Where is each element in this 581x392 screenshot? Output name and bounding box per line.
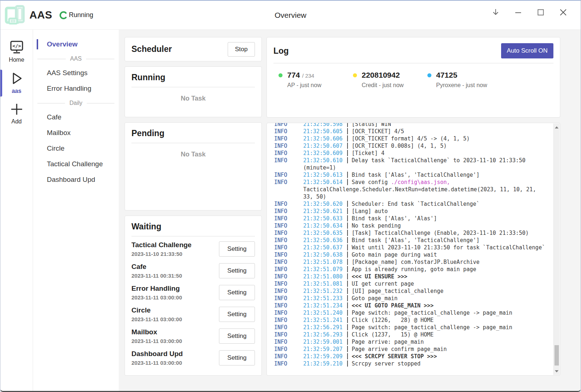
- log-entry: INFO21:32:50.607[OCR_TICKET 0.008s] (4, …: [271, 142, 549, 150]
- log-timestamp: 21:32:50.605: [303, 128, 342, 135]
- stat-value: 47125: [436, 71, 457, 79]
- sidebar-section-label: AAS: [70, 56, 82, 62]
- waiting-card: Waiting Tactical Challenge2023-11-10 21:…: [125, 216, 262, 376]
- log-title: Log: [273, 46, 289, 56]
- sidebar-item-aas-settings[interactable]: AAS Settings: [33, 66, 119, 80]
- sidebar-item-mailbox[interactable]: Mailbox: [33, 126, 119, 140]
- log-entry: INFO21:32:50.605[OCR_TICKET] 4/5: [271, 128, 549, 135]
- log-message: [Status] WIN: [352, 123, 391, 127]
- home-code-monitor-icon: </>: [9, 40, 25, 54]
- log-message: Goto page_main: [352, 295, 397, 302]
- log-message: Bind task ['Alas', 'TacticalChallenge']: [352, 172, 479, 178]
- log-level: INFO: [274, 222, 287, 229]
- stat-caption: AP - just now: [279, 82, 353, 89]
- log-separator: [347, 339, 348, 345]
- log-scrollbar[interactable]: [553, 123, 560, 375]
- task-setting-button[interactable]: Setting: [219, 285, 255, 300]
- task-setting-button[interactable]: Setting: [219, 350, 255, 366]
- log-level: INFO: [274, 142, 287, 150]
- running-card: Running No Task: [125, 66, 262, 117]
- sidebar-menu: OverviewAASAAS SettingsError HandlingDai…: [33, 30, 119, 391]
- task-name: Mailbox: [131, 328, 182, 336]
- task-next-run-time: 2023-11-11 00:31:50: [131, 273, 182, 279]
- auto-scroll-toggle[interactable]: Auto Scroll ON: [501, 43, 553, 58]
- log-separator: [347, 346, 348, 352]
- log-separator: [347, 310, 348, 316]
- waiting-task-row: Error Handling2023-11-11 03:00:00Setting: [131, 282, 255, 303]
- minimize-icon[interactable]: [513, 7, 523, 17]
- log-separator: [347, 331, 348, 338]
- log-timestamp: 21:32:59.210: [303, 360, 342, 367]
- sidebar-item-cafe[interactable]: Cafe: [33, 110, 119, 124]
- task-name: Cafe: [131, 263, 182, 271]
- log-message: Page switch: page_tactical_challenge -> …: [352, 310, 512, 316]
- stat-value: 220810942: [362, 71, 400, 79]
- log-message: Click (1237, 15) @ HOME: [352, 331, 434, 338]
- log-entry: INFO21:32:51.081UI get current page: [271, 280, 549, 287]
- task-setting-button[interactable]: Setting: [219, 263, 255, 278]
- nav-item-home[interactable]: </> Home: [0, 36, 33, 68]
- stat-dot-icon: [279, 73, 283, 77]
- pending-card: Pending No Task: [125, 122, 262, 211]
- log-separator: [347, 179, 348, 185]
- sidebar-item-tactical-challenge[interactable]: Tactical Challenge: [33, 157, 119, 171]
- log-timestamp: 21:32:51.232: [303, 288, 342, 294]
- titlebar: AAS Running Overview: [0, 1, 581, 30]
- log-timestamp: 21:32:50.607: [303, 143, 342, 149]
- log-message: Scheduler: End task `TacticalChallenge`: [352, 201, 479, 207]
- stat-top: 47125: [427, 71, 502, 79]
- log-timestamp: 21:32:50.613: [303, 172, 342, 178]
- divider: [273, 63, 553, 64]
- sidebar-item-circle[interactable]: Circle: [33, 141, 119, 156]
- task-next-run-time: 2023-11-11 03:00:00: [131, 360, 183, 366]
- close-icon[interactable]: [558, 7, 568, 17]
- log-timestamp: 21:32:50.598: [303, 123, 342, 127]
- log-separator: [347, 128, 348, 134]
- waiting-task-list: Tactical Challenge2023-11-10 21:33:50Set…: [131, 238, 255, 369]
- log-level: INFO: [274, 171, 287, 179]
- log-timestamp: 21:32:50.621: [303, 208, 342, 215]
- scrollbar-down-arrow-icon[interactable]: [554, 368, 560, 374]
- maximize-icon[interactable]: [536, 7, 546, 17]
- task-info: Tactical Challenge2023-11-10 21:33:50: [131, 241, 191, 257]
- scheduler-status: Running: [59, 11, 93, 20]
- task-setting-button[interactable]: Setting: [219, 241, 255, 257]
- log-entry: INFO21:32:51.232[UI] page_tactical_chall…: [271, 287, 549, 295]
- scrollbar-thumb[interactable]: [554, 345, 559, 366]
- task-next-run-time: 2023-11-11 03:00:00: [131, 338, 182, 344]
- nav-item-aas[interactable]: aas: [0, 68, 33, 99]
- download-update-icon[interactable]: [491, 7, 501, 17]
- task-setting-button[interactable]: Setting: [219, 307, 255, 322]
- log-entry: INFO21:32:50.598[Status] WIN: [271, 123, 549, 128]
- nav-rail: </> Home aas Add: [0, 30, 33, 391]
- scrollbar-up-arrow-icon[interactable]: [554, 124, 560, 130]
- log-level: INFO: [274, 317, 287, 324]
- log-separator: [347, 295, 348, 301]
- log-entry: INFO21:32:56.291Page switch: page_tactic…: [271, 324, 549, 331]
- pending-empty-label: No Task: [131, 151, 255, 158]
- log-message: [OCR_TICKET] 4/5: [352, 128, 404, 135]
- log-separator: [347, 266, 348, 272]
- log-separator: [347, 273, 348, 279]
- sidebar-item-overview[interactable]: Overview: [33, 37, 119, 52]
- sidebar-item-dashboard-upd[interactable]: Dashboard Upd: [33, 172, 119, 187]
- log-separator: [347, 215, 348, 221]
- nav-item-add[interactable]: Add: [0, 99, 33, 129]
- log-separator: [347, 259, 348, 265]
- log-level: INFO: [274, 215, 287, 222]
- log-level: INFO: [274, 295, 287, 302]
- running-empty-label: No Task: [131, 95, 255, 102]
- log-entry: INFO21:32:59.210Scrcpy server stopped: [271, 360, 549, 367]
- log-timestamp: 21:32:50.610: [303, 157, 342, 164]
- log-level: INFO: [274, 123, 287, 128]
- waiting-task-row: Dashboard Upd2023-11-11 03:00:00Setting: [131, 347, 255, 369]
- log-list: INFO21:32:50.598[Status] WININFO21:32:50…: [267, 123, 560, 375]
- sidebar-item-error-handling[interactable]: Error Handling: [33, 81, 119, 96]
- stop-button[interactable]: Stop: [228, 42, 255, 57]
- waiting-title: Waiting: [131, 222, 255, 232]
- task-setting-button[interactable]: Setting: [219, 328, 255, 344]
- log-level: INFO: [274, 157, 287, 164]
- log-level: INFO: [274, 280, 287, 287]
- log-level: INFO: [274, 135, 287, 142]
- log-timestamp: 21:32:51.241: [303, 317, 342, 323]
